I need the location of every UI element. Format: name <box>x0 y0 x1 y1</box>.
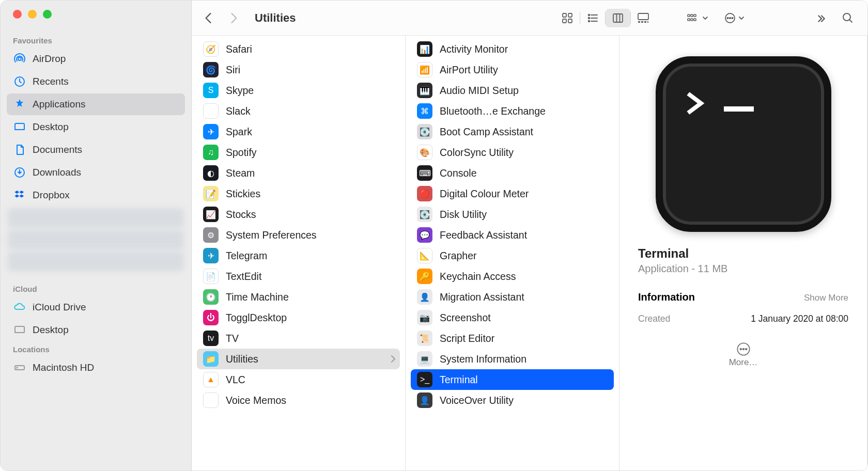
applications-item-skype[interactable]: SSkype <box>192 80 405 101</box>
utilities-item-script-editor[interactable]: 📜Script Editor <box>406 328 619 349</box>
app-icon: ✳ <box>203 103 219 119</box>
sidebar-item-airdrop[interactable]: AirDrop <box>7 48 185 70</box>
applications-item-stickies[interactable]: 📝Stickies <box>192 183 405 204</box>
svg-rect-23 <box>638 21 640 23</box>
svg-point-34 <box>727 17 728 18</box>
applications-item-system-preferences[interactable]: ⚙System Preferences <box>192 225 405 245</box>
fullscreen-button[interactable] <box>43 10 52 19</box>
gallery-view-button[interactable] <box>631 9 656 27</box>
utilities-item-airport-utility[interactable]: 📶AirPort Utility <box>406 59 619 80</box>
utilities-item-feedback-assistant[interactable]: 💬Feedback Assistant <box>406 225 619 245</box>
utilities-item-migration-assistant[interactable]: 👤Migration Assistant <box>406 287 619 307</box>
sidebar-item-icloud-drive[interactable]: iCloud Drive <box>7 296 185 318</box>
group-by-button[interactable] <box>683 9 712 27</box>
utilities-item-digital-colour-meter[interactable]: 🔴Digital Colour Meter <box>406 183 619 204</box>
list-view-button[interactable] <box>580 9 605 27</box>
utilities-item-screenshot[interactable]: 📷Screenshot <box>406 307 619 328</box>
applications-item-utilities[interactable]: 📁Utilities <box>197 349 400 369</box>
sidebar-section-label: iCloud <box>1 281 191 295</box>
more-button[interactable]: More… <box>638 342 848 368</box>
svg-point-35 <box>730 17 731 18</box>
search-button[interactable] <box>838 9 858 27</box>
utilities-item-voiceover-utility[interactable]: 👤VoiceOver Utility <box>406 390 619 411</box>
applications-item-vlc[interactable]: ▲VLC <box>192 369 405 390</box>
item-label: ColorSync Utility <box>440 147 514 159</box>
overflow-button[interactable] <box>813 9 830 27</box>
sidebar-item-desktop[interactable]: Desktop <box>7 116 185 138</box>
applications-item-spotify[interactable]: ♫Spotify <box>192 142 405 163</box>
item-label: Stickies <box>226 188 260 200</box>
preview-subtitle: Application - 11 MB <box>638 263 848 275</box>
forward-button[interactable] <box>225 9 243 27</box>
app-icon: 🎹 <box>417 83 432 98</box>
sidebar-section-label: Favourites <box>1 33 191 47</box>
item-label: TextEdit <box>226 271 261 282</box>
action-button[interactable] <box>720 9 749 27</box>
utilities-item-disk-utility[interactable]: 💽Disk Utility <box>406 204 619 225</box>
applications-item-voice-memos[interactable]: 🎙Voice Memos <box>192 390 405 411</box>
applications-item-time-machine[interactable]: 🕐Time Machine <box>192 287 405 307</box>
utilities-item-bluetooth-e-exchange[interactable]: ⌘Bluetooth…e Exchange <box>406 101 619 121</box>
column-view-button[interactable] <box>606 9 630 27</box>
toolbar: Utilities <box>192 1 867 36</box>
column-applications[interactable]: 🧭Safari🌀SiriSSkype✳Slack✈Spark♫Spotify◐S… <box>192 36 406 470</box>
svg-point-41 <box>742 349 744 350</box>
close-button[interactable] <box>13 10 22 19</box>
app-icon: 🔑 <box>417 269 432 284</box>
cloud-icon <box>13 301 26 313</box>
sidebar-item-downloads[interactable]: Downloads <box>7 162 185 183</box>
item-label: TV <box>226 333 239 344</box>
item-label: TogglDesktop <box>226 312 287 324</box>
clock-icon <box>13 75 26 88</box>
applications-item-safari[interactable]: 🧭Safari <box>192 39 405 59</box>
applications-item-stocks[interactable]: 📈Stocks <box>192 204 405 225</box>
utilities-item-colorsync-utility[interactable]: 🎨ColorSync Utility <box>406 142 619 163</box>
sidebar-item-desktop[interactable]: Desktop <box>7 319 185 341</box>
utilities-item-activity-monitor[interactable]: 📊Activity Monitor <box>406 39 619 59</box>
minimize-button[interactable] <box>28 10 37 19</box>
applications-item-telegram[interactable]: ✈Telegram <box>192 245 405 266</box>
item-label: System Information <box>440 353 526 365</box>
item-label: Safari <box>226 43 252 55</box>
utilities-item-boot-camp-assistant[interactable]: 💽Boot Camp Assistant <box>406 121 619 142</box>
applications-item-toggldesktop[interactable]: ⏻TogglDesktop <box>192 307 405 328</box>
sidebar-item-recents[interactable]: Recents <box>7 71 185 92</box>
item-label: Stocks <box>226 209 256 221</box>
utilities-item-console[interactable]: ⌨Console <box>406 163 619 183</box>
sidebar-item-documents[interactable]: Documents <box>7 139 185 161</box>
icon-view-button[interactable] <box>555 9 580 27</box>
app-icon: ⌨ <box>417 165 432 181</box>
svg-line-38 <box>849 20 852 22</box>
app-icon: >_ <box>417 372 432 387</box>
finder-window: FavouritesAirDropRecentsApplicationsDesk… <box>0 0 868 471</box>
applications-item-steam[interactable]: ◐Steam <box>192 163 405 183</box>
desktop-icon <box>13 324 26 336</box>
item-label: Screenshot <box>440 312 491 324</box>
utilities-item-audio-midi-setup[interactable]: 🎹Audio MIDI Setup <box>406 80 619 101</box>
app-icon: 📄 <box>203 269 219 284</box>
applications-item-textedit[interactable]: 📄TextEdit <box>192 266 405 287</box>
sidebar-item-macintosh-hd[interactable]: Macintosh HD <box>7 357 185 379</box>
applications-item-spark[interactable]: ✈Spark <box>192 121 405 142</box>
app-icon: 🎙 <box>203 392 219 408</box>
app-icon: 📝 <box>203 186 219 201</box>
app-icon: ✈ <box>203 248 219 263</box>
column-utilities[interactable]: 📊Activity Monitor📶AirPort Utility🎹Audio … <box>406 36 619 470</box>
svg-point-42 <box>745 349 747 350</box>
utilities-item-system-information[interactable]: 💻System Information <box>406 349 619 369</box>
sidebar-item-dropbox[interactable]: Dropbox <box>7 184 185 206</box>
svg-point-17 <box>588 20 590 21</box>
item-label: Audio MIDI Setup <box>440 85 519 97</box>
back-button[interactable] <box>199 9 218 27</box>
utilities-item-keychain-access[interactable]: 🔑Keychain Access <box>406 266 619 287</box>
applications-item-siri[interactable]: 🌀Siri <box>192 59 405 80</box>
applications-item-slack[interactable]: ✳Slack <box>192 101 405 121</box>
content-area: Utilities <box>192 1 867 470</box>
sidebar-item-label: Desktop <box>33 121 69 133</box>
utilities-item-terminal[interactable]: >_Terminal <box>411 369 614 390</box>
download-icon <box>13 166 26 179</box>
applications-item-tv[interactable]: tvTV <box>192 328 405 349</box>
show-more-button[interactable]: Show More <box>804 293 848 303</box>
utilities-item-grapher[interactable]: 📐Grapher <box>406 245 619 266</box>
sidebar-item-applications[interactable]: Applications <box>7 93 185 115</box>
